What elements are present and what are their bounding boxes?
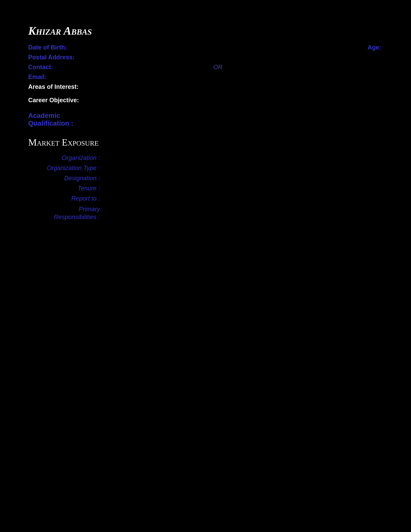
or-text: OR (213, 64, 223, 71)
contact-row: Contact: OR (28, 64, 383, 71)
career-objective-label: Career Objective: (28, 97, 79, 104)
age-label: Age: (368, 44, 381, 51)
market-row-tenure: Tenure : (41, 185, 383, 192)
academic-heading-line2: Qualification : (28, 119, 73, 127)
market-exposure-table: Organization : Organization Type : Desig… (41, 154, 383, 221)
market-row-report-to: Report to : (41, 195, 383, 202)
postal-row: Postal Address: (28, 54, 383, 61)
market-row-organization: Organization : (41, 154, 383, 161)
contact-label: Contact: (28, 64, 53, 71)
candidate-name: Khizar Abbas (28, 24, 383, 38)
academic-heading-line1: Academic (28, 112, 60, 119)
email-row: Email: (28, 74, 383, 80)
market-exposure-heading: Market Exposure (28, 137, 383, 148)
dob-section: Date of Birth: (28, 44, 336, 51)
email-label: Email: (28, 74, 47, 80)
postal-label: Postal Address: (28, 54, 75, 61)
organization-label: Organization : (41, 154, 102, 161)
tenure-label: Tenure : (41, 185, 102, 192)
responsibilities-label: PrimaryResponsibilities : (41, 205, 102, 221)
report-to-label: Report to : (41, 195, 102, 202)
areas-label: Areas of Interest: (28, 83, 79, 90)
org-type-label: Organization Type : (41, 165, 102, 171)
market-row-responsibilities: PrimaryResponsibilities : (41, 205, 383, 221)
dob-age-row: Date of Birth: Age: (28, 44, 383, 51)
dob-label: Date of Birth: (28, 44, 67, 51)
career-objective-row: Career Objective: (28, 97, 383, 104)
page-container: Khizar Abbas Date of Birth: Age: Postal … (28, 24, 383, 221)
market-row-org-type: Organization Type : (41, 165, 383, 171)
areas-row: Areas of Interest: (28, 83, 383, 90)
age-section: Age: (368, 44, 383, 51)
market-row-designation: Designation : (41, 175, 383, 182)
academic-heading: Academic Qualification : (28, 112, 383, 127)
designation-label: Designation : (41, 175, 102, 182)
